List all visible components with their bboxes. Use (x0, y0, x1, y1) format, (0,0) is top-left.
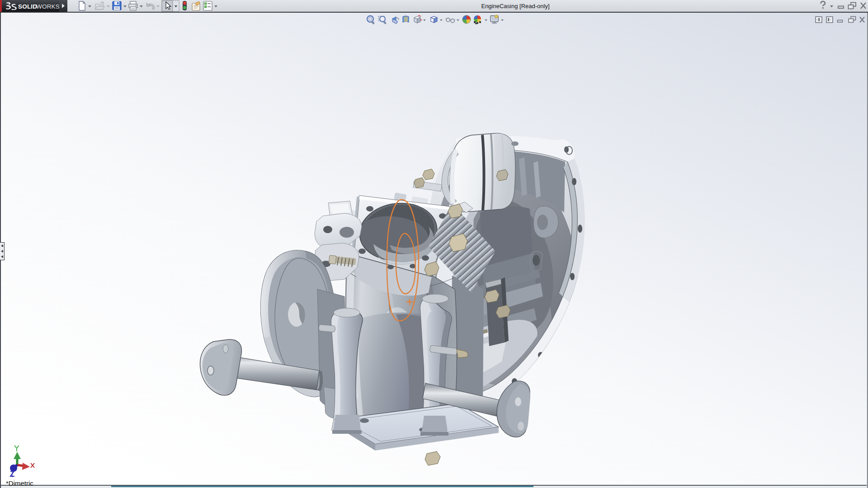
svg-text:WORKS: WORKS (36, 3, 59, 10)
svg-text:SOLID: SOLID (18, 3, 37, 10)
